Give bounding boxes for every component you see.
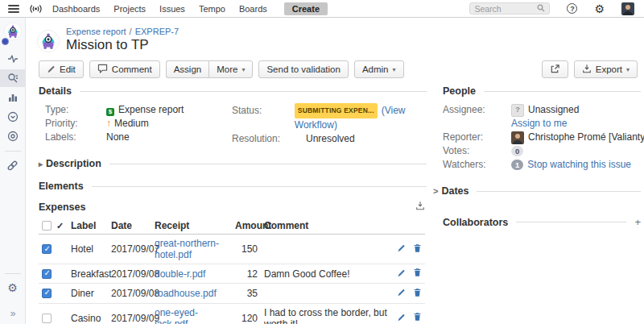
chevron-down-icon: ▾: [392, 66, 395, 73]
project-avatar[interactable]: [37, 30, 60, 56]
cell-label: Breakfast: [68, 264, 108, 284]
row-checkbox[interactable]: [42, 244, 52, 254]
share-icon: [550, 64, 560, 76]
heading-rule: [92, 186, 427, 187]
labels-value: None: [106, 131, 130, 144]
expense-report-type-icon: $: [106, 108, 114, 116]
issue-toolbar: Edit Comment Assign More ▾: [39, 60, 638, 78]
cell-date: 2017/09/08: [108, 284, 151, 303]
cell-comment: [261, 235, 391, 264]
votes-count-badge[interactable]: 0: [511, 146, 523, 156]
watchers-count-badge[interactable]: 1: [511, 160, 523, 170]
receipt-link[interactable]: great-northern-hotel.pdf: [155, 238, 219, 260]
expenses-table: ✓ Label Date Receipt Amount Comment Hote…: [39, 218, 425, 324]
breadcrumb-project-link[interactable]: Expense report: [66, 27, 126, 36]
assignee-value: ? Unassigned: [511, 103, 579, 117]
nav-boards[interactable]: Boards: [239, 4, 267, 14]
send-to-validation-button[interactable]: Send to validation: [258, 60, 348, 78]
receipt-link[interactable]: roadhouse.pdf: [155, 288, 217, 299]
assign-button[interactable]: Assign: [166, 60, 209, 78]
share-button[interactable]: [542, 60, 568, 78]
type-label: Type:: [39, 103, 106, 117]
delete-row-icon[interactable]: [413, 312, 422, 324]
project-avatar-small[interactable]: [4, 23, 22, 44]
issue-view: Expense report/EXPREP-7 Mission to TP Ed…: [26, 18, 644, 324]
select-all-checkbox[interactable]: [42, 221, 52, 231]
edit-row-icon[interactable]: [397, 313, 406, 324]
user-avatar[interactable]: [621, 2, 634, 15]
nav-issues[interactable]: Issues: [159, 4, 185, 14]
sidebar-collapse-button[interactable]: »: [0, 305, 26, 322]
nav-dashboards[interactable]: Dashboards: [52, 4, 100, 14]
assign-to-me-link[interactable]: Assign to me: [511, 117, 567, 131]
row-checkbox[interactable]: [42, 269, 52, 279]
heading-rule: [80, 91, 427, 92]
row-checkbox[interactable]: [42, 289, 52, 298]
app-logo-icon[interactable]: [29, 3, 43, 15]
stop-watching-link[interactable]: Stop watching this issue: [527, 158, 631, 172]
admin-label: Admin: [362, 64, 389, 74]
sidebar-item-activity[interactable]: [0, 50, 26, 68]
cell-label: Casino: [68, 303, 108, 324]
column-comment: Comment: [261, 218, 391, 235]
nav-projects[interactable]: Projects: [114, 4, 146, 14]
page-title: Mission to TP: [66, 37, 149, 53]
export-expenses-icon[interactable]: [415, 201, 425, 213]
search-placeholder: Search: [474, 4, 501, 14]
edit-row-icon[interactable]: [397, 288, 406, 299]
delete-row-icon[interactable]: [413, 268, 422, 280]
dates-module-header[interactable]: > Dates: [443, 185, 641, 197]
watchers-label: Watchers:: [443, 158, 511, 172]
reporter-avatar[interactable]: [511, 131, 524, 144]
delete-row-icon[interactable]: [413, 243, 422, 255]
chevron-right-icon: >: [433, 186, 438, 196]
pencil-icon: [47, 64, 56, 75]
details-module-header[interactable]: Details: [39, 85, 427, 97]
resolution-label: Resolution:: [232, 132, 306, 146]
cell-comment: Damn Good Coffee!: [261, 264, 391, 284]
type-text: Expense report: [118, 104, 184, 115]
elements-heading: Elements: [39, 181, 84, 192]
nav-tempo[interactable]: Tempo: [199, 4, 225, 14]
edit-button[interactable]: Edit: [39, 60, 84, 78]
breadcrumb-issue-key-link[interactable]: EXPREP-7: [135, 27, 179, 36]
gear-icon: ⚙: [7, 281, 18, 294]
comment-button[interactable]: Comment: [89, 60, 160, 78]
search-input[interactable]: Search: [469, 2, 550, 15]
table-row: Casino 2017/09/09 one-eyed-jack.pdf 120 …: [39, 303, 425, 324]
details-fields: Type: $Expense report Priority: ↑Medium …: [39, 103, 427, 146]
add-collaborator-icon[interactable]: +: [634, 216, 641, 228]
edit-row-icon[interactable]: [397, 268, 406, 280]
export-dropdown-button[interactable]: Export ▾: [574, 60, 638, 78]
toolbar-right-group: Export ▾: [542, 60, 638, 78]
help-button[interactable]: ?: [567, 3, 577, 14]
cell-label: Hotel: [68, 235, 108, 264]
edit-row-icon[interactable]: [397, 243, 406, 255]
sidebar-item-links[interactable]: [0, 156, 26, 174]
people-module-header: People: [443, 85, 641, 97]
sidebar-item-reports[interactable]: [0, 89, 26, 106]
row-checkbox[interactable]: [42, 314, 52, 323]
create-button[interactable]: Create: [284, 2, 328, 15]
sidebar-divider-bottom: [5, 273, 21, 274]
admin-dropdown-button[interactable]: Admin ▾: [354, 60, 404, 78]
votes-label: Votes:: [443, 144, 511, 158]
settings-button[interactable]: ⚙: [594, 3, 605, 15]
description-module-header[interactable]: ▸ Description: [39, 158, 427, 169]
collaborators-module-header: Collaborators +: [443, 216, 641, 228]
receipt-link[interactable]: double-r.pdf: [155, 268, 205, 280]
priority-text: Medium: [114, 118, 149, 129]
sidebar-item-releases[interactable]: [0, 108, 26, 126]
project-settings-button[interactable]: ⚙: [0, 279, 26, 297]
menu-icon[interactable]: [8, 5, 19, 13]
sidebar-item-search-issues[interactable]: [0, 69, 26, 87]
delete-row-icon[interactable]: [413, 288, 422, 300]
chevron-right-icon: ▸: [39, 160, 43, 168]
sidebar-item-settings-circle[interactable]: [0, 127, 26, 145]
watchers-value: 1 Stop watching this issue: [511, 158, 631, 172]
receipt-link[interactable]: one-eyed-jack.pdf: [155, 307, 198, 324]
more-dropdown-button[interactable]: More ▾: [208, 60, 253, 78]
cell-amount: 120: [232, 303, 261, 324]
reporter-label: Reporter:: [443, 131, 511, 144]
jira-issue-page: Dashboards Projects Issues Tempo Boards …: [0, 0, 644, 324]
